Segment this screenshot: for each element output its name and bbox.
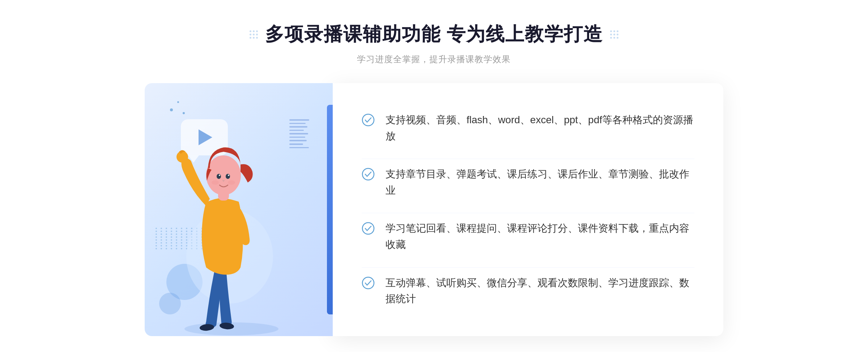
- title-row: 多项录播课辅助功能 专为线上教学打造: [250, 22, 618, 47]
- svg-point-13: [362, 114, 374, 126]
- feature-text-2: 支持章节目录、弹题考试、课后练习、课后作业、章节测验、批改作业: [386, 166, 694, 199]
- feature-card: 支持视频、音频、flash、word、excel、ppt、pdf等各种格式的资源…: [333, 83, 723, 336]
- content-section: » 支持视频、音频、flash、word、excel、ppt、pdf等各种格式的…: [145, 83, 723, 336]
- svg-point-8: [226, 174, 230, 179]
- svg-point-11: [212, 180, 219, 185]
- main-title: 多项录播课辅助功能 专为线上教学打造: [265, 22, 603, 47]
- svg-point-6: [206, 155, 241, 195]
- svg-point-9: [219, 175, 220, 176]
- illustration-area: »: [145, 83, 333, 336]
- check-icon-3: [362, 222, 375, 235]
- svg-point-15: [362, 223, 374, 234]
- subtitle: 学习进度全掌握，提升录播课教学效果: [250, 53, 618, 65]
- page-container: 多项录播课辅助功能 专为线上教学打造 学习进度全掌握，提升录播课教学效果: [0, 0, 868, 352]
- feature-text-3: 学习笔记回看、课程提问、课程评论打分、课件资料下载，重点内容收藏: [386, 220, 694, 253]
- header-section: 多项录播课辅助功能 专为线上教学打造 学习进度全掌握，提升录播课教学效果: [250, 0, 618, 65]
- check-icon-2: [362, 168, 375, 181]
- svg-point-7: [217, 174, 221, 179]
- feature-item-3: 学习笔记回看、课程提问、课程评论打分、课件资料下载，重点内容收藏: [362, 213, 694, 260]
- svg-point-12: [228, 180, 235, 185]
- check-icon-4: [362, 276, 375, 289]
- blue-bar: [327, 105, 333, 314]
- svg-point-16: [362, 277, 374, 289]
- svg-point-4: [176, 151, 188, 163]
- decorative-dots-left: [250, 30, 258, 39]
- feature-text-4: 互动弹幕、试听购买、微信分享、观看次数限制、学习进度跟踪、数据统计: [386, 275, 694, 308]
- svg-point-14: [362, 168, 374, 180]
- feature-item-4: 互动弹幕、试听购买、微信分享、观看次数限制、学习进度跟踪、数据统计: [362, 267, 694, 315]
- check-icon-1: [362, 113, 375, 126]
- feature-text-1: 支持视频、音频、flash、word、excel、ppt、pdf等各种格式的资源…: [386, 112, 694, 145]
- feature-item-1: 支持视频、音频、flash、word、excel、ppt、pdf等各种格式的资源…: [362, 105, 694, 152]
- feature-item-2: 支持章节目录、弹题考试、课后练习、课后作业、章节测验、批改作业: [362, 159, 694, 206]
- svg-point-10: [228, 175, 229, 176]
- person-illustration: [163, 112, 307, 336]
- decorative-dots-right: [610, 30, 618, 39]
